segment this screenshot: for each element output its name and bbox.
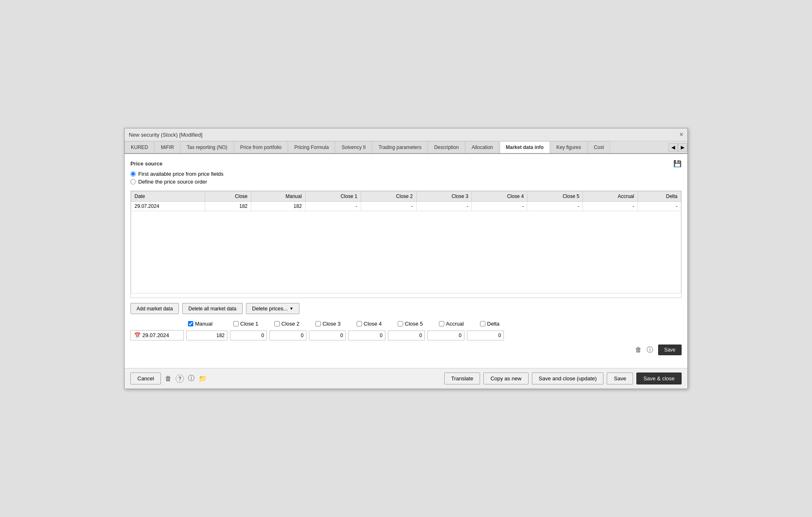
col-close2: Close 2 (361, 191, 416, 202)
save-action-row: 🗑 ⓘ Save (130, 345, 682, 355)
tab-tax-reporting[interactable]: Tax reporting (NO) (181, 141, 234, 153)
col-close5: Close 5 (527, 191, 583, 202)
close2-value-input[interactable] (269, 331, 306, 340)
footer-info-icon[interactable]: ⓘ (188, 374, 195, 383)
content-area: Price source 💾 First available price fro… (125, 154, 687, 368)
accrual-checkbox[interactable] (439, 321, 444, 326)
tab-description[interactable]: Description (428, 141, 465, 153)
close4-value-input[interactable] (348, 331, 385, 340)
manual-value-input[interactable] (186, 331, 227, 340)
market-data-table: Date Close Manual Close 1 Close 2 Close … (131, 191, 681, 293)
close3-value-input[interactable] (309, 331, 346, 340)
close2-checkbox-label: Close 2 (274, 321, 311, 327)
copy-as-new-button[interactable]: Copy as new (483, 373, 528, 384)
tab-cost[interactable]: Cost (588, 141, 610, 153)
col-close3: Close 3 (416, 191, 472, 202)
add-market-data-button[interactable]: Add market data (130, 303, 179, 314)
close4-checkbox-label: Close 4 (357, 321, 394, 327)
close5-label: Close 5 (405, 321, 423, 327)
radio-option-1: First available price from price fields (130, 171, 682, 177)
chevron-down-icon: ▼ (290, 306, 294, 311)
delete-prices-button[interactable]: Delete prices... ▼ (246, 303, 300, 314)
cell-close4: - (472, 202, 527, 211)
close3-checkbox[interactable] (316, 321, 321, 326)
tab-pricing-formula[interactable]: Pricing Formula (288, 141, 335, 153)
tab-mifir[interactable]: MiFIR (155, 141, 180, 153)
footer-folder-icon[interactable]: 📁 (199, 375, 207, 382)
delete-entry-button[interactable]: 🗑 (635, 346, 642, 354)
cell-manual: 182 (251, 202, 305, 211)
date-value: 29.07.2024 (142, 332, 169, 338)
tab-key-figures[interactable]: Key figures (550, 141, 587, 153)
market-data-table-area: Date Close Manual Close 1 Close 2 Close … (130, 191, 682, 298)
input-row-labels: Manual Close 1 Close 2 Close 3 Close 4 C… (130, 321, 682, 327)
close4-checkbox[interactable] (357, 321, 362, 326)
price-source-options: First available price from price fields … (130, 171, 682, 185)
cell-close2: - (361, 202, 416, 211)
delete-all-market-data-button[interactable]: Delete all market data (182, 303, 243, 314)
close5-checkbox[interactable] (398, 321, 403, 326)
cell-close3: - (416, 202, 472, 211)
footer-left: Cancel 🗑 ? ⓘ 📁 (130, 373, 207, 384)
cell-date: 29.07.2024 (131, 202, 205, 211)
save-footer-button[interactable]: Save (607, 373, 633, 384)
tab-market-data-info[interactable]: Market data info (500, 141, 550, 154)
close3-label: Close 3 (322, 321, 341, 327)
footer-help-icon[interactable]: ? (176, 375, 184, 383)
close5-value-input[interactable] (388, 331, 425, 340)
save-and-close-button[interactable]: Save & close (636, 373, 682, 384)
save-icon[interactable]: 💾 (673, 160, 682, 168)
tab-navigation: ◀ ▶ (668, 141, 687, 153)
cancel-button[interactable]: Cancel (130, 373, 161, 384)
table-row[interactable]: 29.07.2024 182 182 - - - - - - - (131, 202, 681, 211)
close1-checkbox-label: Close 1 (233, 321, 270, 327)
col-manual: Manual (251, 191, 305, 202)
radio-define-order[interactable] (130, 179, 136, 184)
radio-option-2-label: Define the price source order (138, 179, 207, 185)
tab-next-button[interactable]: ▶ (678, 143, 687, 151)
close1-value-input[interactable] (230, 331, 267, 340)
delta-label: Delta (487, 321, 499, 327)
close2-checkbox[interactable] (274, 321, 280, 326)
tab-solvency-ii[interactable]: Solvency II (335, 141, 372, 153)
cell-close5: - (527, 202, 583, 211)
close3-checkbox-label: Close 3 (316, 321, 353, 327)
col-close: Close (205, 191, 251, 202)
cell-close1: - (305, 202, 361, 211)
tab-price-from-portfolio[interactable]: Price from portfolio (234, 141, 288, 153)
cell-delta: - (638, 202, 681, 211)
delete-prices-label: Delete prices... (252, 305, 288, 312)
info-button[interactable]: ⓘ (647, 346, 653, 354)
price-source-section: Price source 💾 (130, 160, 682, 168)
radio-option-2: Define the price source order (130, 179, 682, 185)
accrual-label: Accrual (446, 321, 464, 327)
col-close1: Close 1 (305, 191, 361, 202)
accrual-checkbox-label: Accrual (439, 321, 476, 327)
input-row-values: 📅 29.07.2024 (130, 330, 682, 340)
delta-value-input[interactable] (467, 331, 504, 340)
save-entry-button[interactable]: Save (658, 345, 682, 355)
main-window: New security (Stock) [Modified] × KURED … (124, 128, 688, 389)
delta-checkbox-label: Delta (480, 321, 517, 327)
translate-button[interactable]: Translate (444, 373, 480, 384)
date-field[interactable]: 📅 29.07.2024 (130, 330, 184, 340)
cell-accrual: - (583, 202, 638, 211)
radio-first-available[interactable] (130, 171, 136, 177)
price-source-label: Price source (130, 161, 162, 167)
manual-checkbox[interactable] (188, 321, 193, 326)
col-accrual: Accrual (583, 191, 638, 202)
tab-kured[interactable]: KURED (125, 141, 154, 153)
tab-prev-button[interactable]: ◀ (668, 143, 678, 151)
market-data-actions: Add market data Delete all market data D… (130, 303, 682, 314)
tab-trading-parameters[interactable]: Trading parameters (372, 141, 427, 153)
delta-checkbox[interactable] (480, 321, 485, 326)
accrual-value-input[interactable] (427, 331, 464, 340)
col-date: Date (131, 191, 205, 202)
save-and-close-update-button[interactable]: Save and close (update) (532, 373, 604, 384)
close1-label: Close 1 (240, 321, 258, 327)
tab-allocation[interactable]: Allocation (465, 141, 499, 153)
close1-checkbox[interactable] (233, 321, 239, 326)
footer-trash-icon[interactable]: 🗑 (165, 375, 172, 382)
close-button[interactable]: × (680, 131, 683, 138)
manual-label: Manual (195, 321, 213, 327)
